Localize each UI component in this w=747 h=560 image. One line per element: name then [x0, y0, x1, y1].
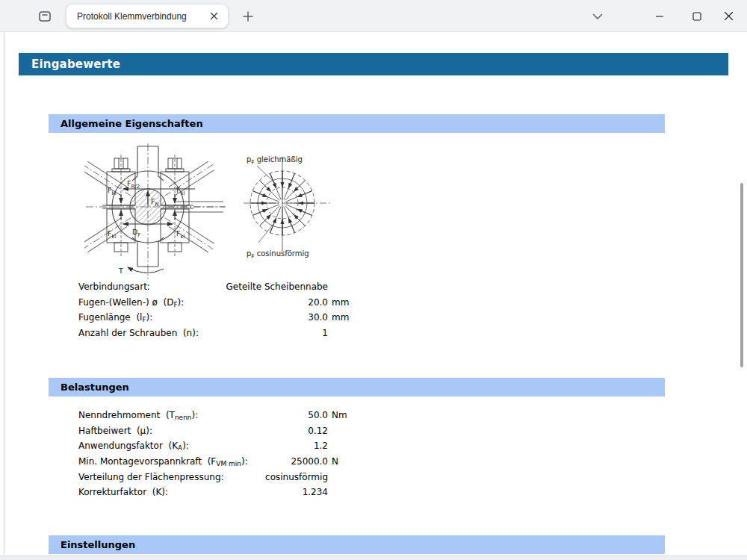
property-value: 20.0	[184, 297, 328, 308]
window-frame-bottom	[0, 556, 747, 560]
property-row: Fugen-(Wellen-) ø (DF): 20.0 mm	[78, 295, 356, 311]
property-value: 1.234	[168, 487, 328, 497]
property-unit: mm	[328, 312, 356, 323]
maximize-icon	[692, 12, 701, 21]
leader-lines	[257, 166, 275, 243]
vertical-scrollbar-thumb[interactable]	[740, 183, 743, 367]
new-tab-button[interactable]	[239, 7, 257, 25]
property-label: Korrekturfaktor (K):	[78, 487, 168, 497]
document-page: Eingabewerte Allgemeine Eigenschaften	[0, 32, 747, 560]
label-p-uniform: pFgleichmäßig	[247, 155, 303, 166]
property-value: 50.0	[198, 410, 328, 420]
pressure-distribution-diagram: pFgleichmäßig pFcosinusförmig	[241, 148, 371, 261]
property-label: Fugen-(Wellen-) ø (DF):	[78, 297, 184, 308]
label-f-r2: FR/2	[127, 179, 140, 190]
property-value: Geteilte Scheibennabe	[150, 281, 328, 292]
minimize-button[interactable]	[642, 0, 676, 32]
property-value: 1.2	[189, 441, 328, 451]
maximize-button[interactable]	[680, 0, 713, 32]
label-d-f: DF	[132, 228, 140, 238]
pressure-circles	[244, 157, 332, 251]
property-label: Haftbeiwert (µ):	[78, 426, 152, 436]
label-torque: T	[118, 267, 123, 275]
close-icon	[724, 11, 734, 21]
clamp-connection-diagram: Fkl Fkl Fkl Fkl FR/2 FN DF T	[84, 143, 226, 279]
minimize-icon	[655, 12, 664, 21]
property-row: Verbindungsart: Geteilte Scheibennabe	[78, 279, 356, 295]
property-label: Nenndrehmoment (Tnenn):	[78, 410, 198, 420]
property-label: Fugenlänge (lF):	[78, 312, 152, 323]
tab-search-button[interactable]	[589, 7, 607, 25]
page-title: Eingabewerte	[19, 53, 728, 75]
property-row: Fugenlänge (lF): 30.0 mm	[78, 310, 356, 326]
property-value: 0.12	[152, 426, 328, 436]
window-close-button[interactable]	[712, 0, 746, 32]
section-header-einstellungen: Einstellungen	[49, 535, 665, 554]
label-f-clamp: Fkl	[108, 229, 117, 240]
plus-icon	[243, 11, 253, 22]
section-header-allgemeine-eigenschaften: Allgemeine Eigenschaften	[49, 114, 665, 133]
property-value: cosinusförmig	[224, 472, 328, 482]
property-unit: Nm	[328, 410, 356, 420]
property-unit: N	[328, 456, 356, 467]
loads-table: Nenndrehmoment (Tnenn): 50.0 Nm Haftbeiw…	[78, 408, 356, 500]
label-f-clamp: Fkl	[176, 186, 185, 196]
property-row: Anwendungsfaktor (KA): 1.2	[78, 438, 356, 454]
browser-titlebar: Protokoll Klemmverbindung	[0, 0, 747, 32]
property-label: Verteilung der Flächenpressung:	[78, 472, 224, 482]
chevron-down-icon	[592, 13, 603, 20]
property-label: Anwendungsfaktor (KA):	[78, 441, 189, 451]
close-icon	[210, 12, 218, 20]
property-unit: mm	[328, 297, 356, 308]
property-row: Min. Montagevorspannkraft (FVM min): 250…	[78, 454, 356, 470]
property-row: Haftbeiwert (µ): 0.12	[78, 423, 356, 439]
tab-actions-button[interactable]	[36, 7, 54, 25]
tab-close-button[interactable]	[207, 10, 220, 23]
property-row: Anzahl der Schrauben (n): 1	[78, 326, 356, 341]
property-row: Verteilung der Flächenpressung: cosinusf…	[78, 469, 356, 485]
browser-tab[interactable]: Protokoll Klemmverbindung	[66, 4, 229, 28]
window-frame-edge	[4, 32, 4, 554]
property-label: Verbindungsart:	[78, 281, 150, 292]
property-label: Min. Montagevorspannkraft (FVM min):	[78, 456, 248, 467]
tab-actions-icon	[37, 9, 52, 24]
tab-title: Protokoll Klemmverbindung	[77, 11, 207, 22]
property-row: Nenndrehmoment (Tnenn): 50.0 Nm	[78, 408, 356, 423]
label-f-clamp: Fkl	[176, 229, 185, 240]
property-row: Korrekturfaktor (K): 1.234	[78, 485, 356, 500]
property-value: 25000.0	[248, 456, 328, 467]
property-value: 30.0	[152, 312, 328, 323]
label-p-cosine: pFcosinusförmig	[247, 249, 309, 260]
label-f-clamp: Fkl	[108, 186, 117, 196]
property-label: Anzahl der Schrauben (n):	[78, 328, 199, 338]
section-header-belastungen: Belastungen	[49, 378, 665, 396]
property-value: 1	[199, 328, 328, 338]
general-properties-table: Verbindungsart: Geteilte Scheibennabe Fu…	[78, 279, 356, 340]
